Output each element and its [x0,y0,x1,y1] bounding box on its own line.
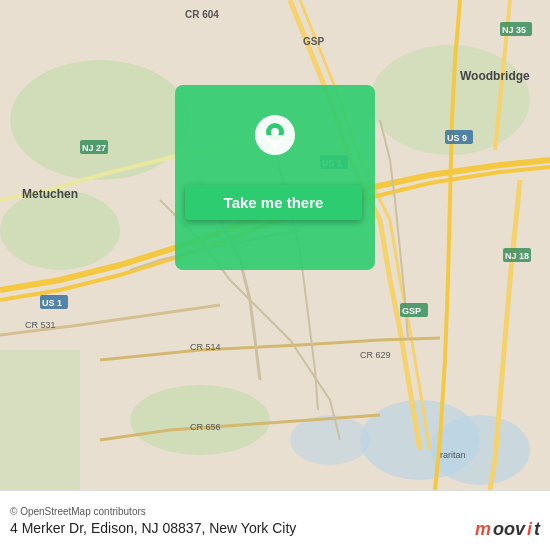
svg-text:CR 514: CR 514 [190,342,221,352]
svg-text:NJ 18: NJ 18 [505,251,529,261]
svg-text:CR 629: CR 629 [360,350,391,360]
svg-text:Metuchen: Metuchen [22,187,78,201]
moovit-logo: moovit [475,519,540,540]
svg-text:US 1: US 1 [42,298,62,308]
svg-text:NJ 35: NJ 35 [502,25,526,35]
osm-credit: © OpenStreetMap contributors [10,506,540,517]
map-background: CR 604 GSP NJ 35 US 9 US 1 US 1 NJ 27 NJ… [0,0,550,490]
svg-point-2 [0,190,120,270]
footer: © OpenStreetMap contributors 4 Merker Dr… [0,490,550,550]
svg-text:GSP: GSP [402,306,421,316]
svg-point-3 [130,385,270,455]
svg-text:NJ 27: NJ 27 [82,143,106,153]
svg-point-6 [290,415,370,465]
svg-text:CR 531: CR 531 [25,320,56,330]
map-container: CR 604 GSP NJ 35 US 9 US 1 US 1 NJ 27 NJ… [0,0,550,490]
svg-rect-32 [175,85,375,270]
svg-text:CR 656: CR 656 [190,422,221,432]
svg-rect-7 [0,350,80,490]
svg-text:CR 604: CR 604 [185,9,219,20]
svg-point-35 [271,128,279,136]
svg-text:US 9: US 9 [447,133,467,143]
svg-text:raritan: raritan [440,450,466,460]
svg-text:GSP: GSP [303,36,324,47]
svg-text:Woodbridge: Woodbridge [460,69,530,83]
svg-point-1 [10,60,190,180]
address-text: 4 Merker Dr, Edison, NJ 08837, New York … [10,520,296,536]
take-me-there-button[interactable]: Take me there [185,185,362,220]
